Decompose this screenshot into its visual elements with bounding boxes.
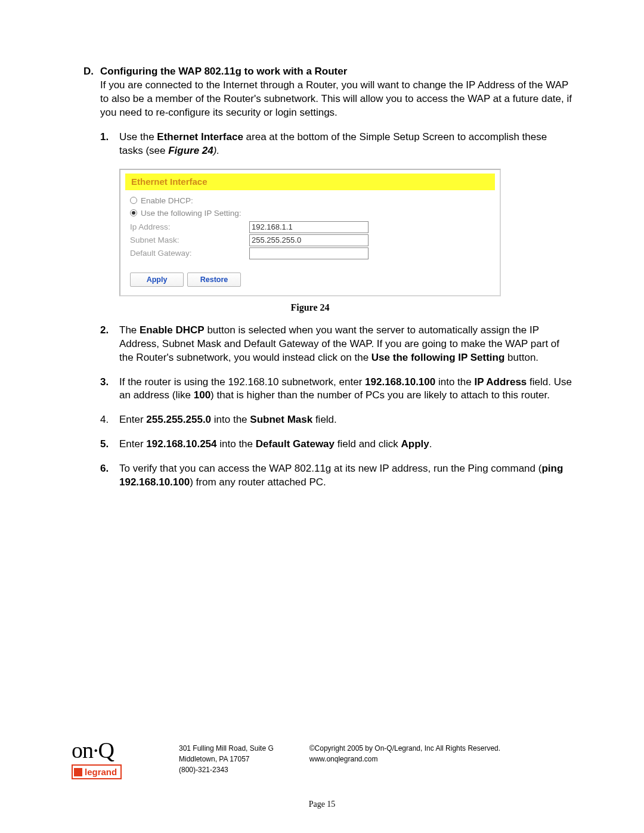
subnet-mask-label: Subnet Mask:	[130, 236, 249, 244]
ip-address-input[interactable]	[249, 221, 369, 233]
logo-onq-text: on·Q	[72, 737, 131, 763]
figure-caption: Figure 24	[119, 302, 501, 313]
step-number: 6.	[100, 462, 119, 490]
onq-legrand-logo: on·Q legrand	[72, 737, 131, 779]
subnet-mask-input[interactable]	[249, 234, 369, 246]
radio-enable-dhcp[interactable]	[130, 197, 137, 204]
radio-static-ip-label: Use the following IP Setting:	[141, 209, 242, 218]
step-number: 5.	[100, 438, 119, 451]
step-1: 1. Use the Ethernet Interface area at th…	[100, 131, 572, 158]
radio-enable-dhcp-label: Enable DHCP:	[141, 196, 193, 205]
step-number: 4.	[100, 413, 119, 427]
step-number: 1.	[100, 131, 119, 158]
figure-24: Ethernet Interface Enable DHCP: Use the …	[119, 169, 501, 313]
section-title: Configuring the WAP 802.11g to work with…	[100, 66, 347, 77]
logo-legrand-box: legrand	[72, 764, 122, 779]
ethernet-interface-panel: Ethernet Interface Enable DHCP: Use the …	[119, 169, 501, 296]
restore-button[interactable]: Restore	[187, 272, 241, 287]
footer-address: 301 Fulling Mill Road, Suite G Middletow…	[179, 743, 274, 775]
logo-legrand-text: legrand	[85, 767, 117, 777]
step-body: Use the Ethernet Interface area at the b…	[119, 131, 572, 158]
footer-copyright: ©Copyright 2005 by On-Q/Legrand, Inc All…	[309, 743, 500, 775]
section-intro: If you are connected to the Internet thr…	[100, 79, 572, 120]
radio-enable-dhcp-row[interactable]: Enable DHCP:	[130, 196, 490, 205]
page-footer: on·Q legrand 301 Fulling Mill Road, Suit…	[72, 741, 572, 779]
apply-button[interactable]: Apply	[130, 272, 184, 287]
ethernet-title-bar: Ethernet Interface	[125, 174, 495, 190]
radio-static-ip[interactable]	[130, 209, 137, 216]
default-gateway-input[interactable]	[249, 247, 369, 259]
section-heading: D.Configuring the WAP 802.11g to work wi…	[83, 66, 572, 78]
ip-address-label: Ip Address:	[130, 222, 249, 231]
page-number: Page 15	[0, 800, 644, 809]
radio-static-ip-row[interactable]: Use the following IP Setting:	[130, 209, 490, 218]
step-body: The Enable DHCP button is selected when …	[119, 324, 572, 365]
ethernet-title: Ethernet Interface	[131, 176, 208, 187]
step-5: 5. Enter 192.168.10.254 into the Default…	[100, 438, 572, 451]
step-3: 3. If the router is using the 192.168.10…	[100, 376, 572, 403]
step-number: 2.	[100, 324, 119, 365]
step-number: 3.	[100, 376, 119, 403]
section-letter: D.	[83, 66, 100, 78]
step-body: If the router is using the 192.168.10 su…	[119, 376, 572, 403]
step-body: Enter 255.255.255.0 into the Subnet Mask…	[119, 413, 572, 427]
logo-square-icon	[74, 768, 82, 776]
step-2: 2. The Enable DHCP button is selected wh…	[100, 324, 572, 365]
step-6: 6. To verify that you can access the WAP…	[100, 462, 572, 490]
step-4: 4. Enter 255.255.255.0 into the Subnet M…	[100, 413, 572, 427]
step-body: To verify that you can access the WAP 80…	[119, 462, 572, 490]
step-body: Enter 192.168.10.254 into the Default Ga…	[119, 438, 572, 451]
default-gateway-label: Default Gateway:	[130, 249, 249, 258]
